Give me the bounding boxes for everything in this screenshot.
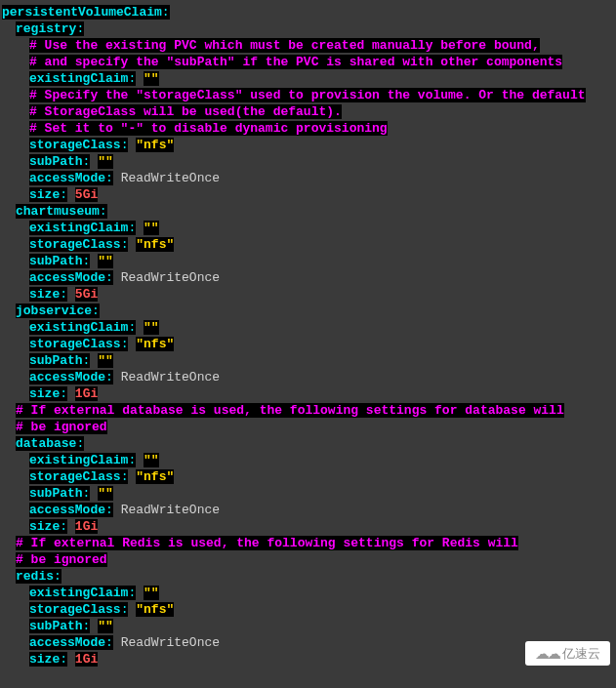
code-line: # StorageClass will be used(the default)… bbox=[2, 103, 614, 120]
token-num: 1Gi bbox=[75, 652, 98, 667]
code-line: storageClass: "nfs" bbox=[2, 336, 614, 352]
token-key: subPath bbox=[29, 254, 83, 268]
token-key: storageClass bbox=[29, 138, 121, 152]
token-plain: ReadWriteOnce bbox=[113, 503, 220, 517]
token-key: existingClaim bbox=[29, 221, 128, 235]
token-string: "nfs" bbox=[136, 602, 174, 617]
watermark-text: 亿速云 bbox=[562, 645, 600, 662]
code-line: size: 5Gi bbox=[2, 286, 614, 303]
token-string: "" bbox=[144, 320, 159, 335]
token-key: jobservice bbox=[16, 304, 92, 318]
code-line: database: bbox=[2, 435, 614, 452]
code-line: # Specify the "storageClass" used to pro… bbox=[2, 87, 614, 103]
token-key: size bbox=[29, 386, 60, 401]
token-key: existingClaim bbox=[29, 586, 128, 600]
token-string: "" bbox=[98, 353, 113, 368]
code-line: subPath: "" bbox=[2, 253, 614, 269]
code-line: accessMode: ReadWriteOnce bbox=[2, 502, 614, 518]
token-comment: # StorageClass will be used(the default)… bbox=[29, 104, 342, 119]
token-plain: ReadWriteOnce bbox=[113, 171, 220, 185]
token-plain bbox=[136, 453, 144, 467]
token-key: size bbox=[29, 519, 60, 534]
token-key: size bbox=[29, 287, 60, 302]
token-string: "nfs" bbox=[136, 138, 174, 152]
token-key: registry bbox=[16, 21, 76, 36]
token-colon: : bbox=[105, 503, 113, 517]
token-key: chartmuseum bbox=[16, 204, 100, 219]
token-string: "" bbox=[144, 453, 159, 467]
token-string: "" bbox=[98, 619, 113, 633]
code-line: # If external Redis is used, the followi… bbox=[2, 535, 614, 551]
token-comment: # be ignored bbox=[16, 552, 107, 567]
code-line: storageClass: "nfs" bbox=[2, 236, 614, 253]
code-line: subPath: "" bbox=[2, 485, 614, 502]
code-line: persistentVolumeClaim: bbox=[2, 4, 614, 20]
code-line: chartmuseum: bbox=[2, 203, 614, 220]
token-string: "nfs" bbox=[136, 337, 174, 351]
token-colon: : bbox=[92, 304, 100, 318]
token-key: accessMode bbox=[29, 270, 105, 285]
code-line: # be ignored bbox=[2, 551, 614, 568]
token-colon: : bbox=[54, 569, 62, 584]
code-line: # Use the existing PVC which must be cre… bbox=[2, 37, 614, 54]
token-string: "" bbox=[144, 221, 159, 235]
code-line: subPath: "" bbox=[2, 153, 614, 170]
code-line: # and specify the "subPath" if the PVC i… bbox=[2, 54, 614, 70]
token-comment: # If external database is used, the foll… bbox=[16, 403, 564, 418]
code-line: accessMode: ReadWriteOnce bbox=[2, 369, 614, 385]
token-plain bbox=[136, 320, 144, 335]
token-comment: # and specify the "subPath" if the PVC i… bbox=[29, 55, 562, 69]
code-line: storageClass: "nfs" bbox=[2, 468, 614, 485]
token-colon: : bbox=[105, 370, 113, 384]
token-colon: : bbox=[100, 204, 107, 219]
token-key: existingClaim bbox=[29, 71, 128, 86]
token-plain bbox=[136, 586, 144, 600]
code-line: existingClaim: "" bbox=[2, 70, 614, 87]
code-line: existingClaim: "" bbox=[2, 452, 614, 468]
token-num: 1Gi bbox=[75, 386, 98, 401]
token-key: subPath bbox=[29, 353, 83, 368]
token-colon: : bbox=[76, 21, 84, 36]
code-line: size: 1Gi bbox=[2, 385, 614, 402]
code-line: # If external database is used, the foll… bbox=[2, 402, 614, 419]
token-key: subPath bbox=[29, 619, 83, 633]
code-line: size: 1Gi bbox=[2, 651, 614, 668]
code-line: redis: bbox=[2, 568, 614, 585]
token-plain: ReadWriteOnce bbox=[113, 270, 220, 285]
token-plain bbox=[67, 519, 75, 534]
code-line: size: 1Gi bbox=[2, 518, 614, 535]
code-line: accessMode: ReadWriteOnce bbox=[2, 170, 614, 186]
token-string: "" bbox=[144, 586, 159, 600]
token-colon: : bbox=[105, 171, 113, 185]
token-key: storageClass bbox=[29, 237, 121, 252]
token-comment: # Use the existing PVC which must be cre… bbox=[29, 38, 540, 53]
code-line: subPath: "" bbox=[2, 352, 614, 369]
token-comment: # be ignored bbox=[16, 420, 107, 434]
token-key: subPath bbox=[29, 486, 83, 501]
code-line: jobservice: bbox=[2, 303, 614, 319]
token-colon: : bbox=[60, 519, 67, 534]
token-key: accessMode bbox=[29, 635, 105, 650]
token-key: size bbox=[29, 187, 60, 202]
token-num: 5Gi bbox=[75, 187, 98, 202]
code-line: accessMode: ReadWriteOnce bbox=[2, 269, 614, 286]
token-plain: ReadWriteOnce bbox=[113, 370, 220, 384]
token-string: "" bbox=[144, 71, 159, 86]
token-key: size bbox=[29, 652, 60, 667]
token-string: "nfs" bbox=[136, 237, 174, 252]
token-plain: ReadWriteOnce bbox=[113, 635, 220, 650]
code-line: # be ignored bbox=[2, 419, 614, 435]
token-colon: : bbox=[60, 652, 67, 667]
code-line: registry: bbox=[2, 20, 614, 37]
token-colon: : bbox=[105, 635, 113, 650]
token-comment: # If external Redis is used, the followi… bbox=[16, 536, 518, 550]
token-colon: : bbox=[60, 187, 67, 202]
token-comment: # Specify the "storageClass" used to pro… bbox=[29, 88, 586, 102]
token-plain bbox=[136, 71, 144, 86]
token-colon: : bbox=[60, 287, 67, 302]
code-line: existingClaim: "" bbox=[2, 319, 614, 336]
token-colon: : bbox=[76, 436, 84, 451]
token-key: accessMode bbox=[29, 503, 105, 517]
token-key: existingClaim bbox=[29, 320, 128, 335]
token-string: "" bbox=[98, 486, 113, 501]
